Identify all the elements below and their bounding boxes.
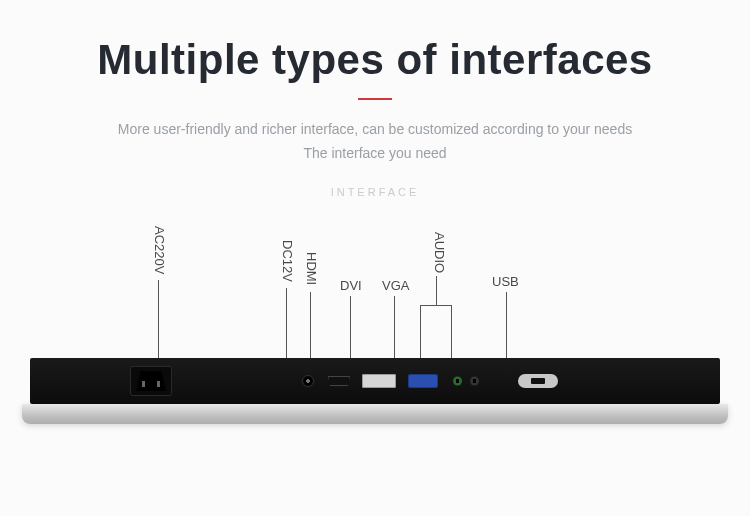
- label-ac: AC220V: [152, 226, 167, 274]
- leader-ac: [158, 280, 159, 358]
- dvi-port-icon: [362, 374, 396, 388]
- interface-label: INTERFACE: [0, 186, 750, 198]
- ac-power-socket-icon: [130, 366, 172, 396]
- label-dvi: DVI: [340, 278, 362, 293]
- label-audio: AUDIO: [432, 232, 447, 273]
- label-dc: DC12V: [280, 240, 295, 282]
- leader-audio-bracket: [420, 305, 452, 358]
- leader-audio: [436, 276, 437, 305]
- subtitle-line-2: The interface you need: [0, 142, 750, 166]
- title-underline: [358, 98, 392, 100]
- page-title: Multiple types of interfaces: [0, 36, 750, 84]
- device-back-panel: [30, 358, 720, 404]
- label-vga: VGA: [382, 278, 409, 293]
- interface-diagram: AC220V DC12V HDMI DVI VGA AUDIO USB: [0, 210, 750, 470]
- leader-dvi: [350, 296, 351, 358]
- device-base-plate: [22, 404, 728, 424]
- leader-dc: [286, 288, 287, 358]
- dc-jack-icon: [302, 375, 314, 387]
- leader-vga: [394, 296, 395, 358]
- vga-port-icon: [408, 374, 438, 388]
- subtitle-line-1: More user-friendly and richer interface,…: [0, 118, 750, 142]
- label-usb: USB: [492, 274, 519, 289]
- leader-hdmi: [310, 292, 311, 358]
- leader-usb: [506, 292, 507, 358]
- audio-jack-icon: [453, 377, 462, 386]
- usb-port-icon: [518, 374, 558, 388]
- subtitle: More user-friendly and richer interface,…: [0, 118, 750, 166]
- audio-jack-2-icon: [470, 377, 479, 386]
- hdmi-port-icon: [328, 376, 350, 386]
- label-hdmi: HDMI: [304, 252, 319, 285]
